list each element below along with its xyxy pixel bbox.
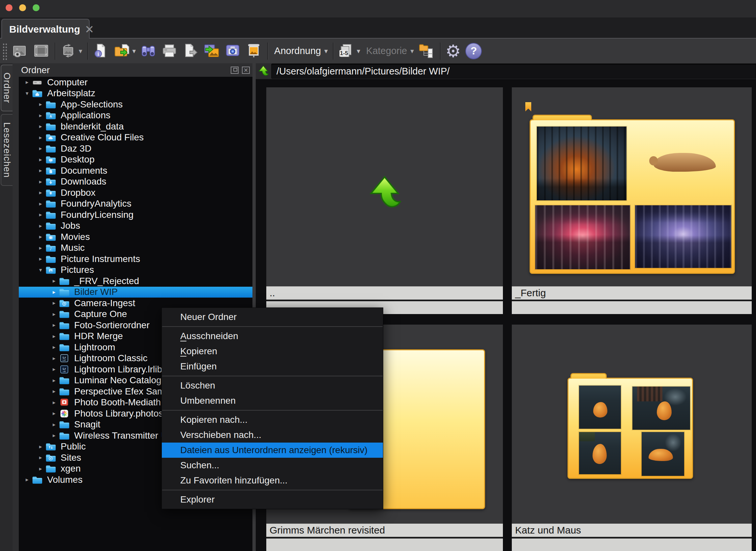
settings-button[interactable]: ⚙ <box>443 41 463 61</box>
camera-acquire-button[interactable] <box>222 41 243 61</box>
view-image-button[interactable] <box>10 41 31 61</box>
print-button[interactable] <box>159 41 180 61</box>
search-button[interactable] <box>138 41 159 61</box>
tree-item-camera-ingest[interactable]: ▸ Camera-Ingest <box>19 298 252 309</box>
expand-arrow-icon[interactable]: ▸ <box>49 410 59 417</box>
batch-convert-button[interactable] <box>201 41 222 61</box>
sidebar-tab-lesezeichen[interactable]: Lesezeichen <box>1 114 13 186</box>
expand-arrow-icon[interactable]: ▸ <box>49 322 59 329</box>
rotate-convert-button[interactable]: ▾ <box>58 41 85 61</box>
tree-item-music[interactable]: ▸ ♪Music <box>19 242 252 254</box>
menu-item-löschen[interactable]: Löschen <box>162 378 383 393</box>
window-titlebar[interactable] <box>0 0 756 17</box>
expand-arrow-icon[interactable]: ▸ <box>36 211 45 218</box>
expand-arrow-icon[interactable]: ▸ <box>49 300 59 307</box>
traffic-light-minimize[interactable] <box>19 4 26 11</box>
expand-arrow-icon[interactable]: ▸ <box>49 421 59 428</box>
tree-item-downloads[interactable]: ▸ Downloads <box>19 176 252 187</box>
folder-fertig-thumb[interactable] <box>512 87 752 287</box>
tree-item-documents[interactable]: ▸ Documents <box>19 165 252 176</box>
expand-arrow-icon[interactable]: ▸ <box>36 145 45 152</box>
tree-item-foundrylicensing[interactable]: ▸ FoundryLicensing <box>19 209 252 220</box>
expand-arrow-icon[interactable]: ▸ <box>36 233 45 240</box>
expand-arrow-icon[interactable]: ▸ <box>36 200 45 207</box>
tree-item-movies[interactable]: ▸ Movies <box>19 231 252 242</box>
tile-folder-fertig[interactable]: _Fertig <box>512 87 752 314</box>
menu-item-umbenennen[interactable]: Umbenennen <box>162 393 383 408</box>
tree-item-blenderkit-data[interactable]: ▸ blenderkit_data <box>19 121 252 132</box>
menu-item-kopieren-nach[interactable]: Kopieren nach... <box>162 412 383 427</box>
tile-parent-folder[interactable]: .. <box>266 87 503 314</box>
tree-item-picture-instruments[interactable]: ▸ Picture Instruments <box>19 253 252 264</box>
expand-arrow-icon[interactable]: ▸ <box>36 178 45 185</box>
file-info-button[interactable]: i <box>91 41 112 61</box>
tile-folder-katz-und-maus[interactable]: Katz und Maus <box>512 325 752 551</box>
menu-item-ausschneiden[interactable]: Ausschneiden <box>162 329 383 344</box>
tree-item-arbeitsplatz[interactable]: ▾ Arbeitsplatz <box>19 88 252 99</box>
tree-item-computer[interactable]: ▸Computer <box>19 77 252 88</box>
expand-arrow-icon[interactable]: ▸ <box>36 134 45 141</box>
help-button[interactable]: ? <box>463 41 484 61</box>
expand-arrow-icon[interactable]: ▸ <box>49 377 59 384</box>
panel-close-icon[interactable]: ✕ <box>242 67 250 74</box>
expand-arrow-icon[interactable]: ▸ <box>49 432 59 439</box>
subfolder-files-button[interactable] <box>416 41 437 61</box>
menu-item-kopieren[interactable]: Kopieren <box>162 344 383 359</box>
expand-arrow-icon[interactable]: ▸ <box>36 465 45 472</box>
fullscreen-button[interactable] <box>31 41 52 61</box>
tree-item-dropbox[interactable]: ▸ Dropbox <box>19 187 252 198</box>
expand-arrow-icon[interactable]: ▸ <box>49 333 59 340</box>
expand-arrow-icon[interactable]: ▸ <box>49 399 59 406</box>
anordnung-dropdown[interactable]: Anordnung▾ <box>270 41 330 61</box>
expand-arrow-icon[interactable]: ▸ <box>36 112 45 119</box>
tree-item-creative-cloud-files[interactable]: ▸ Creative Cloud Files <box>19 132 252 143</box>
expand-arrow-icon[interactable]: ▸ <box>36 443 45 450</box>
traffic-light-zoom[interactable] <box>33 4 40 11</box>
tab-bildverwaltung[interactable]: Bildverwaltung ✕ <box>1 19 90 39</box>
open-folder-button[interactable]: ▾ <box>112 41 138 61</box>
menu-item-suchen[interactable]: Suchen... <box>162 458 383 473</box>
menu-item-neuer-ordner[interactable]: Neuer Ordner <box>162 310 383 325</box>
sidebar-tab-ordner[interactable]: Ordner <box>1 65 13 111</box>
folder-katz-thumb[interactable] <box>512 325 752 524</box>
tree-item-jobs[interactable]: ▸ Jobs <box>19 220 252 232</box>
expand-arrow-icon[interactable]: ▸ <box>49 366 59 373</box>
expand-arrow-icon[interactable]: ▸ <box>36 101 45 108</box>
expand-arrow-icon[interactable]: ▸ <box>49 388 59 395</box>
expand-arrow-icon[interactable]: ▸ <box>49 311 59 318</box>
menu-item-explorer[interactable]: Explorer <box>162 492 383 507</box>
toolbar-drag-handle[interactable] <box>2 42 7 60</box>
menu-item-dateien-aus-unterordnern-anzeigen-rekursiv[interactable]: Dateien aus Unterordnern anzeigen (rekur… <box>162 443 383 458</box>
expand-arrow-icon[interactable]: ▸ <box>36 167 45 174</box>
slideshow-button[interactable] <box>243 41 265 61</box>
expand-arrow-icon[interactable]: ▸ <box>49 344 59 351</box>
tab-close-icon[interactable]: ✕ <box>85 24 94 35</box>
expand-arrow-icon[interactable]: ▸ <box>49 289 59 296</box>
expand-arrow-icon[interactable]: ▸ <box>22 476 32 483</box>
expand-arrow-icon[interactable]: ▸ <box>22 79 32 86</box>
go-up-button[interactable] <box>257 65 270 78</box>
kategorie-dropdown[interactable]: Kategorie▾ <box>362 41 416 61</box>
expand-arrow-icon[interactable]: ▸ <box>36 189 45 196</box>
traffic-light-close[interactable] <box>6 4 13 11</box>
tree-item--frv-rejected[interactable]: ▸ _FRV_Rejected <box>19 276 252 287</box>
tree-item-desktop[interactable]: ▸ Desktop <box>19 154 252 165</box>
collapse-arrow-icon[interactable]: ▾ <box>36 266 45 273</box>
expand-arrow-icon[interactable]: ▸ <box>49 278 59 285</box>
rating-filter-button[interactable]: 1-5▾ <box>336 41 363 61</box>
path-input[interactable]: /Users/olafgiermann/Pictures/Bilder WIP/ <box>271 64 756 79</box>
tree-item-bilder-wip[interactable]: ▸ Bilder WIP <box>19 287 252 298</box>
expand-arrow-icon[interactable]: ▸ <box>36 156 45 163</box>
menu-item-zu-favoriten-hinzufügen[interactable]: Zu Favoriten hinzufügen... <box>162 473 383 488</box>
expand-arrow-icon[interactable]: ▸ <box>49 355 59 362</box>
tree-item-app-selections[interactable]: ▸ App-Selections <box>19 99 252 110</box>
expand-arrow-icon[interactable]: ▸ <box>36 454 45 461</box>
parent-folder-thumb[interactable] <box>266 87 503 287</box>
tree-item-foundryanalytics[interactable]: ▸ FoundryAnalytics <box>19 198 252 209</box>
tree-item-applications[interactable]: ▸ AApplications <box>19 110 252 121</box>
tree-item-daz-3d[interactable]: ▸ Daz 3D <box>19 143 252 154</box>
expand-arrow-icon[interactable]: ▸ <box>36 244 45 251</box>
expand-arrow-icon[interactable]: ▸ <box>36 123 45 130</box>
menu-item-einfügen[interactable]: Einfügen <box>162 359 383 374</box>
expand-arrow-icon[interactable]: ▸ <box>36 255 45 262</box>
